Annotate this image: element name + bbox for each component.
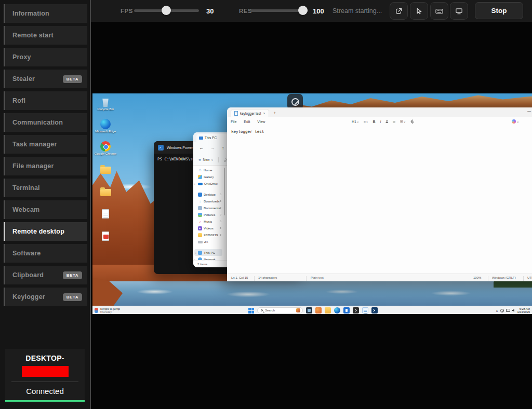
desktop-icon-folder[interactable]	[95, 162, 116, 185]
volume-icon[interactable]	[512, 309, 515, 312]
folder-icon	[100, 167, 111, 174]
remote-desktop-stream[interactable]: Recycle Bin Microsoft Edge Google Chrome…	[92, 93, 532, 314]
italic-button[interactable]: I	[380, 120, 381, 124]
fps-slider[interactable]	[134, 9, 199, 12]
explorer-nav-folder-20260219[interactable]: 20260219	[193, 231, 223, 238]
sidebar-item-communication[interactable]: Communication	[4, 113, 87, 132]
people-icon[interactable]	[315, 307, 322, 313]
res-slider[interactable]	[250, 9, 308, 12]
sidebar-item-label: File manager	[12, 162, 54, 170]
notepad-text-area[interactable]: keylogger test	[227, 126, 532, 274]
terminal-icon[interactable]	[353, 307, 359, 313]
sidebar-item-rofl[interactable]: Rofl	[4, 91, 87, 110]
file-explorer-icon[interactable]	[325, 307, 331, 313]
display-select-button[interactable]	[450, 2, 468, 20]
list-button[interactable]: ≡	[364, 120, 368, 124]
stop-stream-button[interactable]: Stop	[475, 2, 523, 19]
up-button[interactable]	[222, 145, 224, 151]
sidebar-item-proxy[interactable]: Proxy	[4, 48, 87, 66]
notepad-window[interactable]: keylogger test File Edit View H1 ≡	[227, 107, 532, 281]
taskbar-clock[interactable]: 6:28 AM 1/24/2026	[517, 307, 530, 314]
strikethrough-button[interactable]: S	[385, 120, 388, 124]
explorer-nav-onedrive[interactable]: OneDrive	[193, 180, 223, 187]
forward-button[interactable]	[210, 145, 215, 151]
notepad-menu-bar: File Edit View H1 ≡ B I S ∞ ⊞	[227, 117, 532, 126]
network-status-icon[interactable]	[500, 309, 504, 312]
open-external-window-button[interactable]	[390, 2, 408, 20]
desktop-icon-pdf[interactable]	[95, 229, 116, 252]
stream-toolbar: FPS 30 RES 100 Stream starting...	[91, 0, 532, 22]
keyboard-control-button[interactable]	[430, 2, 448, 20]
copilot-button[interactable]	[512, 119, 519, 124]
minimize-button[interactable]	[527, 109, 531, 113]
sidebar-item-label: Information	[12, 10, 49, 17]
mouse-control-button[interactable]	[410, 2, 428, 20]
desktop-icon-recycle-bin[interactable]: Recycle Bin	[95, 96, 116, 118]
main-panel: FPS 30 RES 100 Stream starting...	[91, 0, 532, 409]
sidebar-item-task-manager[interactable]: Task manager	[4, 135, 87, 154]
display-tray-icon[interactable]	[506, 309, 510, 312]
start-button[interactable]	[248, 308, 254, 313]
notepad-icon[interactable]	[362, 307, 368, 313]
explorer-nav-this-pc[interactable]: This PC	[194, 249, 222, 256]
weather-widget[interactable]: Temps to jump Thursday	[95, 307, 120, 314]
character-count: 14 characters	[258, 276, 277, 279]
sidebar-item-information[interactable]: Information	[4, 4, 87, 23]
menu-edit[interactable]: Edit	[240, 120, 254, 124]
chevron-down-icon	[357, 120, 359, 124]
edge-icon[interactable]	[334, 307, 340, 313]
heading-button[interactable]: H1	[352, 120, 359, 124]
bold-button[interactable]: B	[373, 120, 375, 124]
sidebar-item-clipboard[interactable]: ClipboardBETA	[4, 266, 87, 284]
back-button[interactable]	[199, 145, 204, 151]
this-pc-icon	[199, 137, 203, 140]
explorer-nav-documents[interactable]: Documents	[193, 204, 223, 211]
sidebar-item-keylogger[interactable]: KeyloggerBETA	[4, 288, 87, 306]
sidebar-item-stealer[interactable]: StealerBETA	[4, 70, 87, 88]
sidebar-item-terminal[interactable]: Terminal	[4, 179, 87, 197]
powershell-icon[interactable]	[371, 307, 378, 313]
link-button[interactable]: ∞	[393, 120, 395, 124]
chrome-icon	[100, 141, 111, 152]
menu-file[interactable]: File	[227, 120, 240, 124]
divider	[11, 381, 78, 382]
explorer-nav-gallery[interactable]: Gallery	[193, 173, 223, 180]
table-button[interactable]: ⊞	[400, 119, 406, 124]
tab-close-button[interactable]	[263, 112, 265, 115]
sidebar-item-remote-desktop[interactable]: Remote desktop	[4, 222, 87, 241]
pin-icon	[220, 207, 221, 209]
explorer-nav-drive-z[interactable]: Z:\	[193, 238, 223, 245]
taskbar-search[interactable]: Search	[257, 307, 303, 313]
notepad-tab[interactable]: keylogger test	[231, 109, 269, 117]
explorer-nav-downloads[interactable]: Downloads	[193, 198, 223, 204]
explorer-nav-pictures[interactable]: Pictures	[193, 211, 223, 218]
explorer-nav-videos[interactable]: Videos	[193, 225, 223, 231]
sidebar-item-remote-start[interactable]: Remote start	[4, 26, 87, 45]
sidebar-item-software[interactable]: Software	[4, 244, 87, 263]
explorer-nav-home[interactable]: Home	[193, 167, 223, 173]
desktop-icon-text-file[interactable]	[95, 207, 116, 229]
hidden-icons-chevron[interactable]	[496, 309, 498, 312]
scrollbar[interactable]	[224, 168, 225, 215]
fps-slider-thumb[interactable]	[162, 6, 171, 15]
sidebar-item-label: Stealer	[12, 75, 35, 83]
res-slider-thumb[interactable]	[298, 6, 308, 15]
desktop-icon-folder-2[interactable]	[95, 185, 116, 207]
desktop-icon-chrome[interactable]: Google Chrome	[95, 140, 116, 162]
explorer-nav-desktop[interactable]: Desktop	[193, 191, 223, 198]
new-tab-button[interactable]	[274, 111, 276, 115]
chevron-down-icon	[404, 120, 406, 124]
sidebar-item-file-manager[interactable]: File manager	[4, 157, 87, 175]
store-icon[interactable]	[343, 307, 350, 313]
sidebar-item-webcam[interactable]: Webcam	[4, 200, 87, 219]
remote-admin-app: Information Remote start Proxy StealerBE…	[0, 0, 532, 409]
menu-view[interactable]: View	[254, 120, 269, 124]
new-button[interactable]: New	[198, 158, 213, 162]
dictation-button[interactable]	[410, 119, 414, 124]
desktop-icon-edge[interactable]: Microsoft Edge	[95, 118, 116, 140]
task-view-icon[interactable]	[306, 307, 312, 313]
explorer-nav-music[interactable]: Music	[193, 218, 223, 225]
document-icon	[234, 111, 238, 116]
chevron-right-icon	[194, 182, 195, 185]
downloads-icon	[198, 199, 202, 203]
